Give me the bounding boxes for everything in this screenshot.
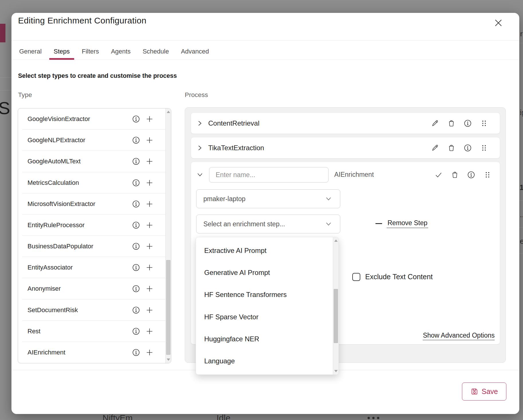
- dropdown-option[interactable]: Language: [196, 350, 333, 372]
- add-step-icon[interactable]: [146, 221, 153, 229]
- background-row-line: [519, 43, 523, 43]
- save-button[interactable]: Save: [462, 383, 506, 401]
- background-text-fragment: e:: [520, 237, 523, 246]
- drag-handle-icon[interactable]: [484, 171, 491, 179]
- save-button-label: Save: [482, 387, 498, 396]
- dropdown-option[interactable]: Generative AI Prompt: [196, 261, 333, 284]
- remove-step-label: Remove Step: [387, 219, 428, 228]
- agent-select-value: pmaker-laptop: [203, 195, 245, 203]
- background-text-fragment: 1.: [520, 183, 523, 192]
- dropdown-scrollbar[interactable]: [333, 237, 339, 375]
- tab-general[interactable]: General: [19, 43, 42, 60]
- info-icon[interactable]: [132, 200, 140, 208]
- type-name: MetricsCalculation: [27, 179, 132, 187]
- dialog-tabs: General Steps Filters Agents Schedule Ad…: [11, 41, 519, 60]
- list-item: Anonymiser: [18, 278, 165, 299]
- info-icon[interactable]: [132, 115, 140, 123]
- save-floppy-icon: [471, 388, 478, 395]
- agent-select[interactable]: pmaker-laptop: [196, 189, 340, 208]
- exclude-text-content-row: Exclude Text Content: [352, 273, 433, 281]
- chevron-down-icon: [326, 196, 331, 202]
- scroll-down-arrow-icon[interactable]: [334, 370, 338, 372]
- background-maroon-block: [0, 24, 5, 42]
- edit-pencil-icon[interactable]: [431, 120, 439, 127]
- add-step-icon[interactable]: [146, 136, 153, 144]
- background-row-line: [519, 113, 523, 113]
- info-icon[interactable]: [467, 171, 475, 179]
- delete-trash-icon[interactable]: [448, 120, 455, 127]
- exclude-text-label: Exclude Text Content: [365, 273, 433, 281]
- tab-schedule[interactable]: Schedule: [143, 43, 169, 60]
- add-step-icon[interactable]: [146, 243, 153, 250]
- type-column-label: Type: [18, 91, 32, 99]
- drag-handle-icon[interactable]: [480, 144, 488, 152]
- add-step-icon[interactable]: [146, 115, 153, 123]
- info-icon[interactable]: [132, 349, 140, 356]
- tab-advanced[interactable]: Advanced: [181, 43, 209, 60]
- delete-trash-icon[interactable]: [448, 144, 455, 152]
- type-name: GoogleAutoMLText: [27, 158, 132, 165]
- background-row-line: [519, 253, 523, 253]
- tab-filters[interactable]: Filters: [82, 43, 99, 60]
- dropdown-option[interactable]: Huggingface NER: [196, 328, 333, 350]
- add-step-icon[interactable]: [146, 200, 153, 208]
- add-step-icon[interactable]: [146, 328, 153, 335]
- type-list-scrollbar[interactable]: [165, 108, 171, 363]
- info-icon[interactable]: [132, 221, 140, 229]
- scroll-up-arrow-icon[interactable]: [334, 239, 338, 242]
- dropdown-option[interactable]: Extractive AI Prompt: [196, 239, 333, 261]
- type-name: BusinessDataPopulator: [27, 243, 132, 250]
- expand-chevron-icon[interactable]: [197, 120, 203, 126]
- tab-steps[interactable]: Steps: [54, 43, 70, 60]
- close-icon[interactable]: [493, 18, 504, 28]
- add-step-icon[interactable]: [146, 285, 153, 292]
- delete-trash-icon[interactable]: [451, 171, 459, 179]
- info-icon[interactable]: [132, 136, 140, 144]
- chevron-down-icon: [326, 221, 331, 227]
- info-icon[interactable]: [132, 306, 140, 314]
- edit-enrichment-dialog: Editing Enrichment Configuration General…: [11, 13, 519, 414]
- scroll-up-arrow-icon[interactable]: [167, 111, 170, 113]
- info-icon[interactable]: [132, 285, 140, 292]
- step-name-input[interactable]: [209, 167, 329, 183]
- remove-step-button[interactable]: Remove Step: [375, 219, 428, 228]
- background-table-cell: NiftyEm ...: [103, 413, 142, 420]
- info-icon[interactable]: [464, 120, 471, 127]
- list-item: EntityAssociator: [18, 257, 165, 278]
- info-icon[interactable]: [132, 328, 140, 335]
- info-icon[interactable]: [464, 144, 471, 152]
- enrichment-step-select[interactable]: Select an enrichment step...: [196, 215, 340, 233]
- type-name: Anonymiser: [27, 285, 132, 292]
- dropdown-option[interactable]: HF Sentence Transformers: [196, 284, 333, 306]
- exclude-text-checkbox[interactable]: [352, 273, 360, 281]
- type-name: AIEnrichment: [27, 349, 132, 356]
- scroll-down-arrow-icon[interactable]: [167, 358, 170, 361]
- show-advanced-options-link[interactable]: Show Advanced Options: [423, 332, 495, 340]
- confirm-check-icon[interactable]: [435, 171, 442, 179]
- list-item: GoogleAutoMLText: [18, 151, 165, 172]
- add-step-icon[interactable]: [146, 264, 153, 271]
- info-icon[interactable]: [132, 264, 140, 271]
- dropdown-option[interactable]: HF Sparse Vector: [196, 306, 333, 328]
- add-step-icon[interactable]: [146, 179, 153, 187]
- edit-pencil-icon[interactable]: [431, 144, 439, 152]
- type-name: MicrosoftVisionExtractor: [27, 200, 132, 208]
- list-item: Rest: [18, 321, 165, 342]
- scrollbar-thumb[interactable]: [334, 289, 338, 343]
- list-item: AIEnrichment: [18, 342, 165, 363]
- tab-agents[interactable]: Agents: [111, 43, 131, 60]
- minus-icon: [375, 223, 382, 224]
- collapse-chevron-icon[interactable]: [197, 172, 203, 178]
- info-icon[interactable]: [132, 158, 140, 165]
- info-icon[interactable]: [132, 179, 140, 187]
- add-step-icon[interactable]: [146, 306, 153, 314]
- background-table-cell: •••: [367, 413, 382, 420]
- add-step-icon[interactable]: [146, 349, 153, 356]
- drag-handle-icon[interactable]: [480, 120, 488, 127]
- scrollbar-thumb[interactable]: [166, 260, 170, 355]
- add-step-icon[interactable]: [146, 158, 153, 165]
- step-name: ContentRetrieval: [208, 119, 259, 127]
- expand-chevron-icon[interactable]: [197, 145, 203, 151]
- info-icon[interactable]: [132, 243, 140, 250]
- step-type-list: GoogleVisionExtractor GoogleNLPExtractor…: [18, 108, 171, 363]
